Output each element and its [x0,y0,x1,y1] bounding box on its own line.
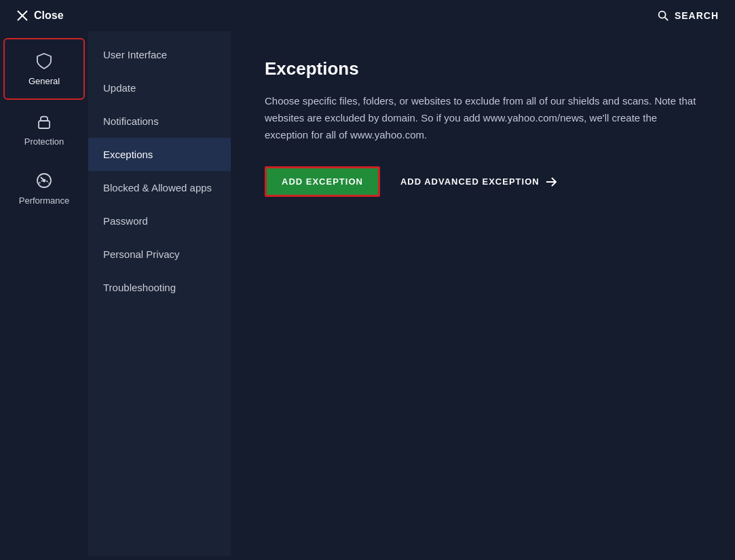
submenu-item-blocked-allowed[interactable]: Blocked & Allowed apps [88,171,231,204]
close-label: Close [34,10,64,22]
submenu-item-update[interactable]: Update [88,71,231,105]
content-area: Exceptions Choose specific files, folder… [231,31,735,556]
page-description: Choose specific files, folders, or websi… [265,93,701,143]
submenu-item-user-interface[interactable]: User Interface [88,38,231,71]
close-icon [16,10,29,22]
submenu-item-notifications[interactable]: Notifications [88,105,231,138]
add-advanced-label: ADD ADVANCED EXCEPTION [400,176,540,187]
search-label: SEARCH [675,10,719,21]
actions-row: ADD EXCEPTION ADD ADVANCED EXCEPTION [265,166,701,197]
submenu-item-password[interactable]: Password [88,204,231,238]
search-icon [657,10,669,22]
add-exception-button[interactable]: ADD EXCEPTION [265,166,380,197]
close-button[interactable]: Close [16,10,64,22]
sidebar-item-protection[interactable]: Protection [3,100,85,159]
icon-nav: General Protection Performance [0,31,88,556]
sidebar-item-label-protection: Protection [24,136,64,147]
submenu-item-personal-privacy[interactable]: Personal Privacy [88,238,231,271]
svg-point-2 [659,12,666,18]
page-title: Exceptions [265,58,701,79]
sidebar-item-performance[interactable]: Performance [3,159,85,218]
sub-menu: User Interface Update Notifications Exce… [88,31,231,556]
submenu-item-exceptions[interactable]: Exceptions [88,138,231,171]
arrow-right-icon [545,176,557,188]
search-button[interactable]: SEARCH [657,10,719,22]
add-advanced-exception-button[interactable]: ADD ADVANCED EXCEPTION [400,176,557,188]
sidebar-item-label-performance: Performance [19,195,69,206]
svg-rect-4 [39,121,50,128]
submenu-item-troubleshooting[interactable]: Troubleshooting [88,271,231,304]
svg-line-3 [665,18,668,21]
top-bar: Close SEARCH [0,0,735,31]
lock-icon [35,112,54,131]
shield-icon [35,52,54,71]
sidebar-item-general[interactable]: General [3,38,85,100]
gauge-icon [35,171,54,190]
main-layout: General Protection Performance User Inte… [0,31,735,556]
sidebar-item-label-general: General [29,76,60,86]
